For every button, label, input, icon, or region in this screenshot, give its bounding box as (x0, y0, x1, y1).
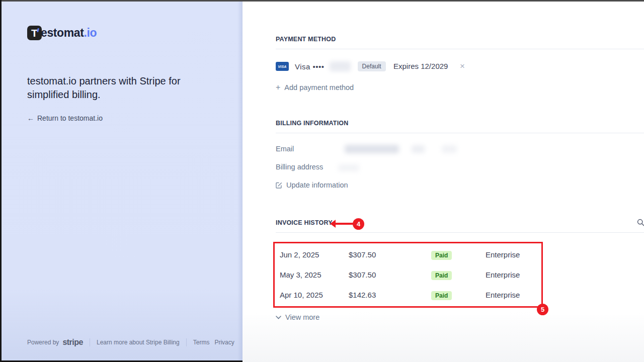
payment-method-row: VISA Visa •••• Default (276, 61, 386, 72)
invoice-status: Paid (431, 270, 486, 279)
invoice-status: Paid (431, 250, 486, 259)
card-expiry: Expires 12/2029 (393, 62, 448, 70)
redacted-address (338, 164, 359, 171)
invoice-plan: Enterprise (486, 250, 520, 259)
stripe-logo: stripe (62, 338, 83, 347)
section-divider (276, 133, 644, 133)
terms-link[interactable]: Terms (193, 339, 210, 346)
invoice-amount: $307.50 (349, 270, 431, 279)
logo-accent-tick (37, 28, 39, 32)
invoice-history-title: INVOICE HISTORY (276, 219, 333, 226)
footer-divider (90, 338, 90, 346)
update-information-button[interactable]: Update information (276, 181, 348, 189)
frame-edge-top (0, 0, 644, 2)
chevron-down-icon (276, 316, 281, 319)
testomat-logo: T estomat.io (27, 26, 97, 40)
invoice-date: Jun 2, 2025 (280, 250, 349, 259)
invoice-date: May 3, 2025 (280, 270, 349, 279)
annotation-arrowhead (330, 220, 336, 228)
view-more-label: View more (285, 313, 319, 321)
partner-heading: testomat.io partners with Stripe for sim… (27, 74, 193, 102)
learn-more-link[interactable]: Learn more about Stripe Billing (97, 339, 180, 346)
paid-badge: Paid (431, 271, 452, 280)
add-payment-method-label: Add payment method (284, 83, 354, 92)
footer-divider (186, 338, 187, 346)
annotation-step-5: 5 (537, 304, 548, 315)
powered-by-label: Powered by (27, 339, 59, 346)
card-number-label: Visa •••• (295, 62, 325, 71)
update-information-label: Update information (286, 181, 348, 189)
billing-address-label: Billing address (276, 163, 323, 171)
visa-logo-text: VISA (278, 65, 286, 68)
redacted-card-digits (330, 61, 351, 71)
search-icon[interactable] (637, 219, 644, 228)
annotation-step-4: 4 (353, 218, 364, 230)
paid-badge: Paid (431, 291, 452, 300)
section-divider (276, 232, 644, 233)
add-payment-method-button[interactable]: + Add payment method (276, 83, 354, 92)
redacted-email (345, 145, 399, 153)
logo-name: estomat (41, 26, 84, 39)
privacy-link[interactable]: Privacy (214, 339, 234, 346)
remove-card-icon[interactable]: × (460, 61, 465, 71)
testomat-logo-mark: T (27, 26, 42, 40)
left-arrow-icon: ← (27, 114, 34, 122)
redacted-email (442, 145, 457, 153)
sidebar-footer: Powered by stripe Learn more about Strip… (27, 338, 234, 347)
view-more-button[interactable]: View more (276, 313, 319, 321)
billing-portal-page: T estomat.io testomat.io partners with S… (0, 0, 644, 362)
invoice-plan: Enterprise (486, 270, 520, 279)
default-badge: Default (358, 61, 386, 71)
annotation-arrow (335, 223, 355, 225)
sidebar: T estomat.io testomat.io partners with S… (0, 0, 243, 362)
invoice-row[interactable]: May 3, 2025 $307.50 Paid Enterprise (280, 269, 602, 280)
invoice-row[interactable]: Apr 10, 2025 $142.63 Paid Enterprise (280, 289, 602, 300)
logo-suffix: .io (84, 26, 97, 39)
invoice-amount: $307.50 (349, 250, 431, 259)
payment-method-title: PAYMENT METHOD (276, 36, 336, 43)
logo-letter: T (31, 28, 38, 38)
logo-wordmark: estomat.io (41, 26, 97, 40)
invoice-date: Apr 10, 2025 (280, 291, 349, 299)
return-link[interactable]: ←Return to testomat.io (27, 114, 103, 122)
frame-edge-left (0, 0, 2, 362)
email-label: Email (276, 145, 294, 153)
edit-icon (276, 182, 282, 189)
plus-icon: + (276, 83, 280, 92)
visa-card-icon: VISA (276, 62, 289, 71)
redacted-email (412, 145, 425, 153)
invoice-amount: $142.63 (349, 291, 431, 299)
return-link-label: Return to testomat.io (37, 114, 103, 122)
section-divider (276, 49, 644, 49)
billing-information-title: BILLING INFORMATION (276, 120, 349, 127)
invoice-plan: Enterprise (486, 291, 520, 299)
main-panel: PAYMENT METHOD VISA Visa •••• Default Ex… (243, 0, 644, 362)
invoice-status: Paid (431, 291, 486, 299)
invoice-row[interactable]: Jun 2, 2025 $307.50 Paid Enterprise (280, 249, 602, 260)
paid-badge: Paid (431, 251, 452, 260)
